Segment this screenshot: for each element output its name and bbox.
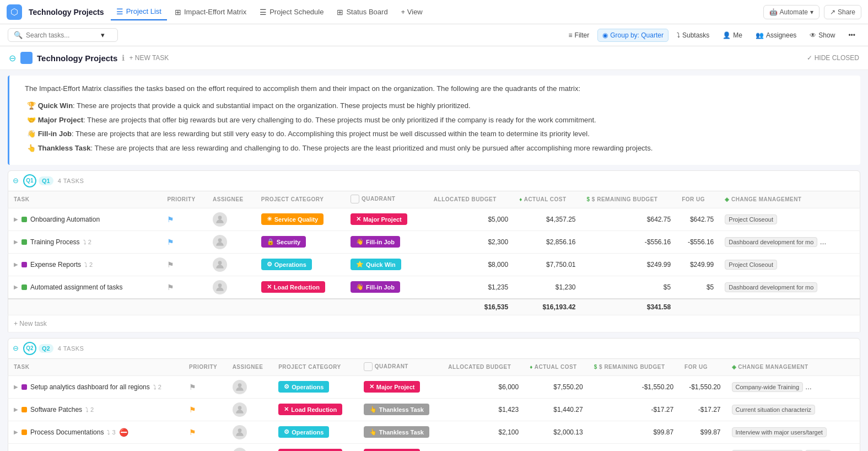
avatar[interactable] bbox=[233, 402, 247, 417]
priority-flag[interactable]: ⚑ bbox=[167, 215, 174, 224]
avatar[interactable] bbox=[213, 235, 227, 249]
task-name[interactable]: Software Patches bbox=[30, 406, 82, 414]
more-options-button[interactable]: ••• bbox=[843, 29, 860, 42]
task-name[interactable]: Setup analytics dashboard for all region… bbox=[30, 383, 150, 391]
table-row[interactable]: ▶ Process Documentations ⤵ 3 ⛔ ⚑ ⚙ Opera… bbox=[8, 421, 860, 443]
category-badge[interactable]: ⚙ Operations bbox=[261, 259, 312, 270]
task-name[interactable]: Automated assignment of tasks bbox=[30, 283, 122, 291]
quadrant-badge[interactable]: 👆 Thankless Task bbox=[364, 426, 429, 438]
category-badge[interactable]: ✕ Load Reduction bbox=[278, 449, 342, 451]
category-badge[interactable]: ⚙ Operations bbox=[278, 426, 329, 438]
quadrant-badge[interactable]: ✕ Major Project bbox=[351, 213, 407, 225]
category-badge[interactable]: ☀ Service Quality bbox=[261, 213, 324, 225]
change-tag[interactable]: Pilot group implementation bbox=[805, 382, 860, 392]
avatar[interactable] bbox=[233, 425, 247, 439]
priority-flag[interactable]: ⚑ bbox=[167, 238, 174, 246]
show-button[interactable]: 👁 Show bbox=[805, 29, 840, 42]
avatar[interactable] bbox=[213, 257, 227, 272]
quadrant-badge[interactable]: 👋 Fill-in Job bbox=[351, 236, 400, 248]
quadrant-badge[interactable]: ✕ Major Project bbox=[364, 449, 420, 451]
q2-collapse-icon[interactable]: ⊖ bbox=[13, 344, 19, 352]
assignee-cell[interactable] bbox=[207, 208, 256, 230]
assignee-cell[interactable] bbox=[227, 375, 273, 398]
expand-arrow[interactable]: ▶ bbox=[14, 429, 18, 435]
svg-point-2 bbox=[218, 261, 222, 265]
task-name[interactable]: Training Process bbox=[30, 238, 80, 246]
change-tag[interactable]: Company-wide Training bbox=[732, 382, 804, 392]
quadrant-badge[interactable]: ⭐ Quick Win bbox=[351, 259, 401, 270]
table-row[interactable]: ▶ Expense Reports ⤵ 2 ⚑ ⚙ Operations bbox=[8, 253, 860, 276]
new-task-header-button[interactable]: + NEW TASK bbox=[129, 54, 169, 62]
tab-view-add[interactable]: + View bbox=[396, 4, 428, 19]
tab-project-list[interactable]: ☰ Project List bbox=[111, 4, 167, 20]
search-box[interactable]: 🔍 ▾ bbox=[8, 28, 118, 42]
change-tag[interactable]: Current situation characteriz bbox=[732, 405, 816, 415]
assignee-cell[interactable] bbox=[207, 253, 256, 276]
search-input[interactable] bbox=[26, 31, 98, 39]
me-button[interactable]: 👤 Me bbox=[718, 29, 747, 42]
avatar[interactable] bbox=[213, 280, 227, 294]
info-icon[interactable]: ℹ bbox=[122, 53, 125, 62]
category-badge[interactable]: ⚙ Operations bbox=[278, 381, 329, 393]
assignee-cell[interactable] bbox=[227, 398, 273, 421]
assignee-cell[interactable] bbox=[227, 443, 273, 451]
task-name[interactable]: Expense Reports bbox=[30, 261, 81, 269]
expand-arrow[interactable]: ▶ bbox=[14, 239, 18, 245]
avatar[interactable] bbox=[233, 448, 247, 451]
priority-flag[interactable]: ⚑ bbox=[189, 383, 196, 391]
category-badge[interactable]: ✕ Load Reduction bbox=[261, 281, 325, 293]
table-row[interactable]: ▶ API Integration ⤵ 2 ⚑ ✕ Load Reduction bbox=[8, 443, 860, 451]
assignee-cell[interactable] bbox=[227, 421, 273, 443]
new-task-row[interactable]: + New task bbox=[8, 315, 860, 332]
table-row[interactable]: ▶ Automated assignment of tasks ⚑ ✕ Load… bbox=[8, 276, 860, 299]
group-by-button[interactable]: ◉ Group by: Quarter bbox=[597, 29, 668, 42]
priority-flag[interactable]: ⚑ bbox=[167, 283, 174, 292]
table-row[interactable]: ▶ Onboarding Automation ⚑ ☀ Service Qual… bbox=[8, 208, 860, 230]
assignees-button[interactable]: 👥 Assignees bbox=[751, 29, 801, 42]
filter-button[interactable]: ≡ Filter bbox=[564, 29, 595, 42]
q1-circle: Q1 bbox=[23, 174, 36, 187]
assignees-icon: 👥 bbox=[756, 31, 764, 39]
actual-cost-cell: $4,357.25 bbox=[514, 208, 581, 230]
quadrant-badge[interactable]: 👆 Thankless Task bbox=[364, 404, 429, 415]
tab-project-schedule[interactable]: ☰ Project Schedule bbox=[254, 4, 329, 20]
task-name[interactable]: Onboarding Automation bbox=[30, 216, 100, 223]
q1-collapse-icon[interactable]: ⊖ bbox=[13, 176, 19, 185]
table-row[interactable]: ▶ Software Patches ⤵ 2 ⚑ ✕ Load Reductio… bbox=[8, 398, 860, 421]
avatar[interactable] bbox=[233, 380, 247, 394]
table-row[interactable]: ▶ Training Process ⤵ 2 ⚑ 🔒 Security bbox=[8, 230, 860, 253]
change-tag[interactable]: Project Closeout bbox=[725, 260, 777, 270]
tab-impact-effort[interactable]: ⊞ Impact-Effort Matrix bbox=[169, 4, 252, 20]
change-tag[interactable]: Dashboard development for mo bbox=[725, 237, 817, 247]
collapse-icon[interactable]: ⊖ bbox=[9, 53, 16, 63]
assignee-cell[interactable] bbox=[207, 230, 256, 253]
expand-arrow[interactable]: ▶ bbox=[14, 216, 18, 222]
quadrant-badge[interactable]: 👋 Fill-in Job bbox=[351, 281, 400, 293]
change-tag[interactable]: Interview with major users/target bbox=[732, 427, 827, 437]
expand-arrow[interactable]: ▶ bbox=[14, 284, 18, 290]
priority-flag[interactable]: ⚑ bbox=[189, 428, 196, 437]
q1-header[interactable]: ⊖ Q1 Q1 4 TASKS bbox=[8, 170, 860, 191]
subtasks-button[interactable]: ⤵ Subtasks bbox=[672, 29, 714, 42]
quadrant-badge[interactable]: ✕ Major Project bbox=[364, 381, 420, 393]
change-tag[interactable]: Project Closeout bbox=[725, 214, 777, 224]
hide-closed-button[interactable]: ✓ HIDE CLOSED bbox=[807, 54, 859, 62]
automate-button[interactable]: 🤖 Automate ▾ bbox=[763, 5, 820, 19]
priority-flag[interactable]: ⚑ bbox=[167, 260, 174, 269]
share-button[interactable]: ↗ Share bbox=[824, 5, 861, 19]
q1-table-container: TASK PRIORITY ASSIGNEE PROJECT CATEGORY … bbox=[8, 191, 860, 332]
category-badge[interactable]: 🔒 Security bbox=[261, 236, 306, 248]
avatar[interactable] bbox=[213, 212, 227, 227]
new-task-label[interactable]: + New task bbox=[8, 315, 860, 332]
table-row[interactable]: ▶ Setup analytics dashboard for all regi… bbox=[8, 375, 860, 398]
expand-arrow[interactable]: ▶ bbox=[14, 406, 18, 412]
priority-flag[interactable]: ⚑ bbox=[189, 405, 196, 414]
assignee-cell[interactable] bbox=[207, 276, 256, 299]
task-name[interactable]: Process Documentations bbox=[30, 428, 104, 436]
expand-arrow[interactable]: ▶ bbox=[14, 384, 18, 390]
category-badge[interactable]: ✕ Load Reduction bbox=[278, 404, 342, 415]
q2-header[interactable]: ⊖ Q2 Q2 4 TASKS bbox=[8, 338, 860, 359]
change-tag[interactable]: Dashboard development for mo bbox=[725, 282, 817, 292]
tab-status-board[interactable]: ⊞ Status Board bbox=[331, 4, 393, 20]
expand-arrow[interactable]: ▶ bbox=[14, 261, 18, 267]
